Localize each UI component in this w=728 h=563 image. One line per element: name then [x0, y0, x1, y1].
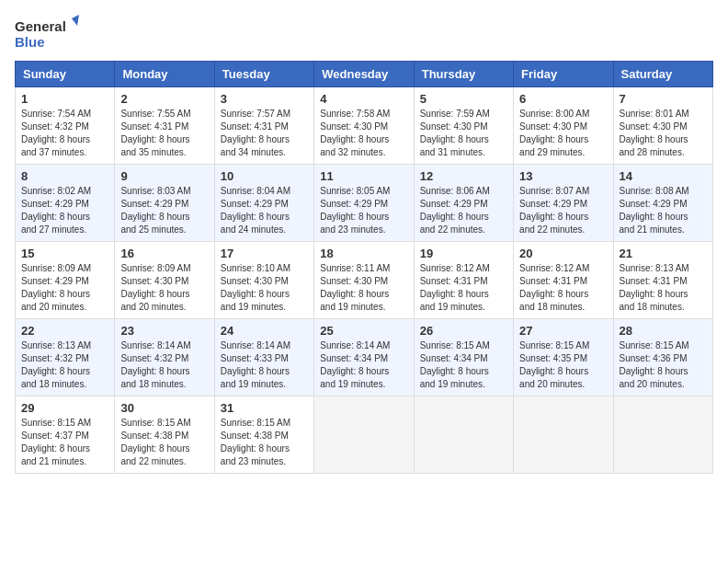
calendar-cell: 22Sunrise: 8:13 AM Sunset: 4:32 PM Dayli… [16, 319, 115, 396]
calendar-cell: 21Sunrise: 8:13 AM Sunset: 4:31 PM Dayli… [613, 242, 712, 319]
calendar-cell [414, 396, 513, 474]
day-number: 29 [21, 401, 108, 415]
calendar-week-5: 29Sunrise: 8:15 AM Sunset: 4:37 PM Dayli… [16, 396, 713, 474]
day-number: 14 [620, 169, 707, 183]
calendar-cell: 28Sunrise: 8:15 AM Sunset: 4:36 PM Dayli… [613, 319, 712, 396]
header-tuesday: Tuesday [214, 62, 313, 87]
calendar-cell: 5Sunrise: 7:59 AM Sunset: 4:30 PM Daylig… [414, 87, 513, 165]
day-info: Sunrise: 7:59 AM Sunset: 4:30 PM Dayligh… [420, 108, 507, 159]
header-monday: Monday [115, 62, 214, 87]
day-number: 21 [620, 247, 707, 260]
day-info: Sunrise: 8:12 AM Sunset: 4:31 PM Dayligh… [519, 262, 607, 314]
calendar-cell: 27Sunrise: 8:15 AM Sunset: 4:35 PM Dayli… [514, 319, 613, 396]
calendar-cell: 3Sunrise: 7:57 AM Sunset: 4:31 PM Daylig… [214, 87, 313, 165]
calendar-cell: 10Sunrise: 8:04 AM Sunset: 4:29 PM Dayli… [214, 165, 313, 242]
day-info: Sunrise: 8:06 AM Sunset: 4:29 PM Dayligh… [420, 185, 507, 236]
header-sunday: Sunday [16, 62, 115, 87]
day-number: 16 [120, 247, 208, 260]
day-number: 13 [519, 169, 607, 183]
day-info: Sunrise: 8:15 AM Sunset: 4:35 PM Dayligh… [519, 339, 607, 391]
day-number: 31 [221, 401, 308, 415]
day-number: 1 [21, 92, 108, 106]
calendar-cell: 18Sunrise: 8:11 AM Sunset: 4:30 PM Dayli… [314, 242, 414, 319]
calendar-cell: 12Sunrise: 8:06 AM Sunset: 4:29 PM Dayli… [414, 165, 513, 242]
calendar-cell: 17Sunrise: 8:10 AM Sunset: 4:30 PM Dayli… [214, 242, 313, 319]
calendar-cell: 19Sunrise: 8:12 AM Sunset: 4:31 PM Dayli… [414, 242, 513, 319]
day-number: 28 [620, 324, 707, 338]
day-info: Sunrise: 7:55 AM Sunset: 4:31 PM Dayligh… [120, 108, 208, 159]
calendar-cell: 15Sunrise: 8:09 AM Sunset: 4:29 PM Dayli… [16, 242, 115, 319]
day-info: Sunrise: 8:12 AM Sunset: 4:31 PM Dayligh… [420, 262, 507, 314]
day-number: 8 [21, 169, 108, 183]
day-number: 19 [420, 247, 507, 260]
svg-text:General: General [15, 18, 66, 34]
calendar-week-2: 8Sunrise: 8:02 AM Sunset: 4:29 PM Daylig… [16, 165, 713, 242]
day-number: 30 [120, 401, 208, 415]
day-number: 25 [320, 324, 407, 338]
day-number: 22 [21, 324, 108, 338]
calendar-cell: 23Sunrise: 8:14 AM Sunset: 4:32 PM Dayli… [115, 319, 214, 396]
day-number: 24 [221, 324, 308, 338]
calendar-cell: 14Sunrise: 8:08 AM Sunset: 4:29 PM Dayli… [613, 165, 712, 242]
svg-marker-2 [72, 15, 79, 26]
calendar-table: SundayMondayTuesdayWednesdayThursdayFrid… [15, 61, 713, 474]
day-number: 2 [120, 92, 208, 106]
day-info: Sunrise: 8:14 AM Sunset: 4:33 PM Dayligh… [221, 339, 308, 391]
day-info: Sunrise: 8:15 AM Sunset: 4:38 PM Dayligh… [120, 417, 208, 468]
day-number: 11 [320, 169, 407, 183]
day-info: Sunrise: 8:00 AM Sunset: 4:30 PM Dayligh… [519, 108, 607, 159]
calendar-cell: 24Sunrise: 8:14 AM Sunset: 4:33 PM Dayli… [214, 319, 313, 396]
header-saturday: Saturday [613, 62, 712, 87]
calendar-cell: 2Sunrise: 7:55 AM Sunset: 4:31 PM Daylig… [115, 87, 214, 165]
day-info: Sunrise: 8:07 AM Sunset: 4:29 PM Dayligh… [519, 185, 607, 236]
day-number: 9 [120, 169, 208, 183]
calendar-cell [514, 396, 613, 474]
day-number: 7 [620, 92, 707, 106]
day-info: Sunrise: 8:03 AM Sunset: 4:29 PM Dayligh… [120, 185, 208, 236]
header-friday: Friday [514, 62, 613, 87]
calendar-cell: 7Sunrise: 8:01 AM Sunset: 4:30 PM Daylig… [613, 87, 712, 165]
day-number: 5 [420, 92, 507, 106]
calendar-cell: 20Sunrise: 8:12 AM Sunset: 4:31 PM Dayli… [514, 242, 613, 319]
calendar-week-4: 22Sunrise: 8:13 AM Sunset: 4:32 PM Dayli… [16, 319, 713, 396]
calendar-cell: 30Sunrise: 8:15 AM Sunset: 4:38 PM Dayli… [115, 396, 214, 474]
day-info: Sunrise: 8:14 AM Sunset: 4:32 PM Dayligh… [120, 339, 208, 391]
day-info: Sunrise: 8:11 AM Sunset: 4:30 PM Dayligh… [320, 262, 407, 314]
day-number: 15 [21, 247, 108, 260]
day-info: Sunrise: 8:10 AM Sunset: 4:30 PM Dayligh… [221, 262, 308, 314]
day-number: 3 [221, 92, 308, 106]
calendar-cell [613, 396, 712, 474]
day-number: 27 [519, 324, 607, 338]
logo-svg: General Blue [15, 15, 79, 52]
day-info: Sunrise: 7:57 AM Sunset: 4:31 PM Dayligh… [221, 108, 308, 159]
day-number: 20 [519, 247, 607, 260]
calendar-cell: 1Sunrise: 7:54 AM Sunset: 4:32 PM Daylig… [16, 87, 115, 165]
header-row: SundayMondayTuesdayWednesdayThursdayFrid… [16, 62, 713, 87]
day-info: Sunrise: 8:09 AM Sunset: 4:29 PM Dayligh… [21, 262, 108, 314]
day-info: Sunrise: 8:13 AM Sunset: 4:32 PM Dayligh… [21, 339, 108, 391]
calendar-cell: 6Sunrise: 8:00 AM Sunset: 4:30 PM Daylig… [514, 87, 613, 165]
calendar-cell [314, 396, 414, 474]
day-info: Sunrise: 8:02 AM Sunset: 4:29 PM Dayligh… [21, 185, 108, 236]
day-info: Sunrise: 8:08 AM Sunset: 4:29 PM Dayligh… [620, 185, 707, 236]
day-info: Sunrise: 8:13 AM Sunset: 4:31 PM Dayligh… [620, 262, 707, 314]
calendar-cell: 25Sunrise: 8:14 AM Sunset: 4:34 PM Dayli… [314, 319, 414, 396]
calendar-week-1: 1Sunrise: 7:54 AM Sunset: 4:32 PM Daylig… [16, 87, 713, 165]
calendar-week-3: 15Sunrise: 8:09 AM Sunset: 4:29 PM Dayli… [16, 242, 713, 319]
day-number: 18 [320, 247, 407, 260]
day-info: Sunrise: 8:15 AM Sunset: 4:34 PM Dayligh… [420, 339, 507, 391]
day-info: Sunrise: 7:54 AM Sunset: 4:32 PM Dayligh… [21, 108, 108, 159]
day-number: 4 [320, 92, 407, 106]
day-number: 23 [120, 324, 208, 338]
day-number: 17 [221, 247, 308, 260]
day-info: Sunrise: 8:15 AM Sunset: 4:37 PM Dayligh… [21, 417, 108, 468]
day-info: Sunrise: 8:14 AM Sunset: 4:34 PM Dayligh… [320, 339, 407, 391]
calendar-cell: 31Sunrise: 8:15 AM Sunset: 4:38 PM Dayli… [214, 396, 313, 474]
calendar-cell: 11Sunrise: 8:05 AM Sunset: 4:29 PM Dayli… [314, 165, 414, 242]
calendar-cell: 16Sunrise: 8:09 AM Sunset: 4:30 PM Dayli… [115, 242, 214, 319]
day-info: Sunrise: 8:05 AM Sunset: 4:29 PM Dayligh… [320, 185, 407, 236]
day-info: Sunrise: 8:04 AM Sunset: 4:29 PM Dayligh… [221, 185, 308, 236]
logo: General Blue [15, 15, 79, 52]
header-thursday: Thursday [414, 62, 513, 87]
day-info: Sunrise: 8:09 AM Sunset: 4:30 PM Dayligh… [120, 262, 208, 314]
